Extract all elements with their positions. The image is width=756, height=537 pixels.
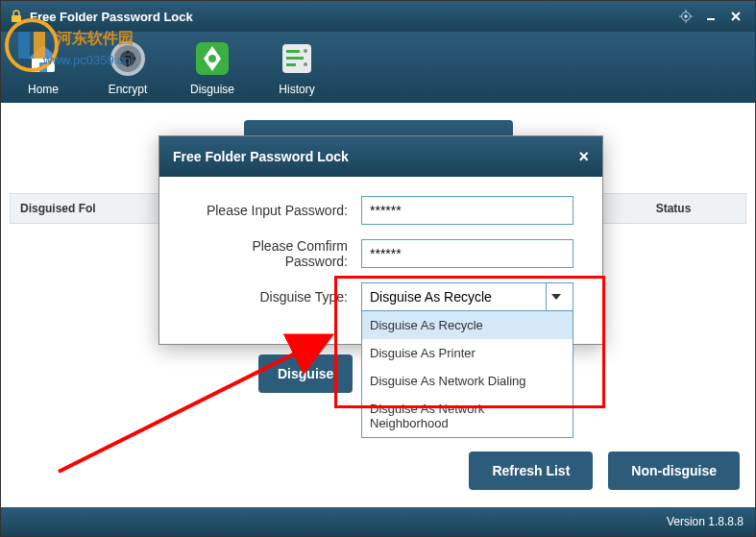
dropdown-option[interactable]: Disguise As Recycle bbox=[362, 311, 573, 339]
dialog-body: Please Input Password: Please Comfirm Pa… bbox=[159, 177, 602, 344]
tab-history[interactable]: History bbox=[274, 38, 320, 96]
statusbar: Version 1.8.8.8 bbox=[1, 507, 755, 536]
col-folder: Disguised Fol bbox=[11, 194, 155, 223]
app-title: Free Folder Password Lock bbox=[30, 10, 672, 24]
svg-rect-24 bbox=[286, 50, 300, 53]
svg-point-2 bbox=[684, 14, 688, 18]
tab-encrypt-label: Encrypt bbox=[109, 83, 148, 96]
svg-point-18 bbox=[134, 58, 136, 61]
svg-rect-0 bbox=[12, 15, 21, 22]
disguise-type-combo[interactable]: Disguise As Recycle bbox=[361, 282, 573, 311]
disguise-button[interactable]: Disguise bbox=[258, 354, 353, 393]
svg-marker-11 bbox=[28, 45, 59, 59]
disguise-type-dropdown: Disguise As Recycle Disguise As Printer … bbox=[361, 311, 573, 438]
col-status: Status bbox=[601, 194, 745, 223]
svg-point-28 bbox=[304, 62, 307, 66]
non-disguise-button[interactable]: Non-disguise bbox=[608, 452, 740, 490]
dialog-titlebar: Free Folder Password Lock × bbox=[159, 136, 602, 177]
dialog-title-text: Free Folder Password Lock bbox=[173, 149, 349, 164]
svg-rect-16 bbox=[125, 56, 131, 63]
svg-marker-29 bbox=[551, 294, 561, 300]
svg-rect-25 bbox=[286, 57, 304, 60]
minimize-icon[interactable] bbox=[699, 7, 722, 26]
svg-point-22 bbox=[208, 55, 216, 62]
titlebar: Free Folder Password Lock bbox=[1, 1, 755, 32]
password-input[interactable] bbox=[361, 196, 573, 225]
home-icon bbox=[20, 38, 66, 79]
tab-disguise-label: Disguise bbox=[190, 83, 234, 96]
svg-point-19 bbox=[127, 51, 130, 54]
confirm-input[interactable] bbox=[361, 239, 573, 268]
dropdown-option[interactable]: Disguise As Network Neighborhood bbox=[362, 395, 573, 437]
tab-disguise[interactable]: Disguise bbox=[189, 38, 235, 96]
settings-icon[interactable] bbox=[674, 7, 697, 26]
tab-home-label: Home bbox=[28, 83, 59, 96]
svg-point-27 bbox=[304, 49, 307, 53]
type-label: Disguise Type: bbox=[188, 289, 361, 305]
svg-point-20 bbox=[127, 64, 130, 67]
encrypt-icon bbox=[105, 38, 151, 79]
dropdown-option[interactable]: Disguise As Printer bbox=[362, 339, 573, 367]
disguise-icon bbox=[189, 38, 235, 79]
combo-selected: Disguise As Recycle bbox=[370, 289, 492, 305]
version-label: Version 1.8.8.8 bbox=[667, 515, 744, 528]
history-icon bbox=[274, 38, 320, 79]
chevron-down-icon bbox=[546, 283, 565, 310]
lock-icon bbox=[9, 9, 24, 24]
svg-point-17 bbox=[120, 58, 123, 61]
svg-rect-12 bbox=[39, 62, 47, 72]
tab-encrypt[interactable]: Encrypt bbox=[105, 38, 151, 96]
tab-home[interactable]: Home bbox=[20, 38, 66, 96]
footer-buttons: Refresh List Non-disguise bbox=[469, 452, 740, 490]
svg-rect-26 bbox=[286, 63, 296, 66]
password-dialog: Free Folder Password Lock × Please Input… bbox=[159, 135, 603, 345]
password-label: Please Input Password: bbox=[188, 203, 361, 218]
close-icon[interactable] bbox=[724, 7, 747, 26]
confirm-label: Please Comfirm Password: bbox=[188, 238, 361, 269]
refresh-button[interactable]: Refresh List bbox=[469, 452, 593, 490]
dropdown-option[interactable]: Disguise As Network Dialing bbox=[362, 367, 573, 395]
main-toolbar: Home Encrypt Disguise History bbox=[1, 32, 755, 103]
tab-history-label: History bbox=[279, 83, 314, 96]
dialog-close-icon[interactable]: × bbox=[578, 147, 589, 167]
